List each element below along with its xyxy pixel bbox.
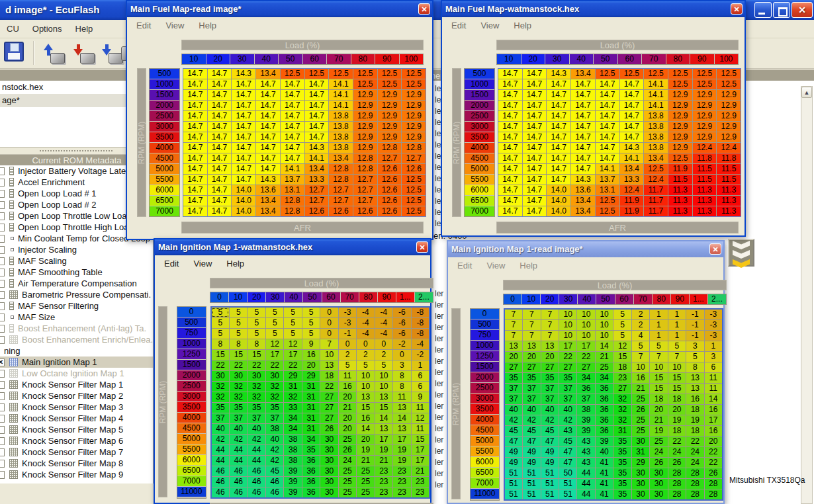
tree-item-checkbox[interactable] (0, 291, 5, 299)
column-header-cell[interactable]: 80 (666, 54, 690, 64)
column-header-cell[interactable]: 60 (322, 292, 340, 302)
map-cell[interactable]: 20 (650, 405, 667, 415)
map-cell[interactable]: 0 (320, 318, 338, 328)
map-cell[interactable]: 14.3 (620, 143, 644, 153)
map-cell[interactable]: 1 (705, 341, 722, 351)
map-cell[interactable]: 12.7 (402, 153, 426, 163)
row-header-cell[interactable]: 5000 (150, 164, 179, 174)
map-cell[interactable]: 37 (559, 394, 576, 404)
map-cell[interactable]: 12.9 (668, 111, 692, 121)
map-cell[interactable]: 11.7 (644, 196, 668, 206)
map-cell[interactable]: 13.8 (329, 122, 353, 132)
map-cell[interactable]: 12.5 (329, 69, 353, 79)
map-cell[interactable]: 0 (375, 339, 392, 349)
map-cell[interactable]: 14.7 (256, 79, 280, 89)
map-cell[interactable]: 6 (705, 362, 722, 372)
map-cell[interactable]: 23 (375, 477, 392, 487)
map-cell[interactable]: 36 (577, 384, 594, 394)
map-cell[interactable]: 14.0 (547, 196, 570, 206)
map-cell[interactable]: 12.6 (378, 164, 402, 174)
map-cell[interactable]: 11 (412, 424, 429, 434)
map-cell[interactable]: 14.7 (208, 90, 232, 100)
map-cell[interactable]: 47 (505, 437, 522, 446)
map-cell[interactable]: 36 (596, 426, 613, 436)
map-cell[interactable]: 13.4 (571, 206, 595, 216)
map-cell[interactable]: 11.5 (668, 175, 692, 185)
map-cell[interactable]: 19 (686, 415, 703, 425)
map-cell[interactable]: 46 (230, 477, 247, 487)
map-cell[interactable]: 42 (559, 415, 576, 425)
row-header-cell[interactable]: 5500 (471, 446, 499, 456)
map-cell[interactable]: 20 (339, 413, 356, 423)
map-cell[interactable]: 30 (632, 468, 649, 478)
row-header-cell[interactable]: 5000 (471, 436, 499, 446)
map-cell[interactable]: 14.7 (547, 111, 570, 121)
map-cell[interactable]: 14.1 (620, 153, 644, 163)
map-cell[interactable]: 13 (375, 392, 392, 402)
map-cell[interactable]: 16 (705, 405, 722, 415)
map-cell[interactable]: 14.7 (305, 122, 329, 132)
map-cell[interactable]: 44 (212, 456, 229, 466)
tree-item-checkbox[interactable] (0, 460, 5, 468)
map-cell[interactable]: 27 (559, 362, 576, 372)
map-cell[interactable]: 12.5 (402, 79, 426, 89)
map-cell[interactable]: 40 (559, 405, 576, 415)
map-cell[interactable]: 32 (230, 392, 247, 402)
map-cell[interactable]: 5 (302, 318, 320, 328)
map-cell[interactable]: 14.7 (547, 79, 570, 89)
map-cell[interactable]: 31 (302, 413, 320, 423)
map-cell[interactable]: 13 (686, 384, 703, 394)
column-header-cell[interactable]: 100 (400, 54, 424, 64)
map-cell[interactable]: 7 (523, 320, 540, 330)
map-cell[interactable]: 13.6 (256, 185, 280, 195)
map-cell[interactable]: 14.7 (208, 185, 232, 195)
row-header-cell[interactable]: 2000 (471, 372, 499, 382)
map-cell[interactable]: 12.6 (402, 164, 426, 174)
map-cell[interactable]: 17 (266, 350, 283, 360)
map-cell[interactable]: 30 (212, 371, 229, 381)
column-header-cell[interactable]: 40 (570, 54, 594, 64)
map-cell[interactable]: 14.7 (620, 122, 644, 132)
map-cell[interactable]: 44 (577, 468, 594, 478)
map-cell[interactable]: 12.5 (402, 206, 426, 216)
map-cell[interactable]: 13.8 (329, 132, 353, 142)
map-cell[interactable]: 13 (375, 424, 392, 434)
map-cell[interactable]: -4 (357, 308, 374, 317)
map-cell[interactable]: 35 (613, 489, 631, 499)
map-cell[interactable]: 14.0 (547, 185, 570, 195)
column-header-cell[interactable]: 40 (255, 54, 279, 64)
row-header-cell[interactable]: 7000 (465, 206, 494, 216)
column-header-cell[interactable]: 100 (715, 54, 739, 64)
map-cell[interactable]: 44 (212, 445, 229, 455)
row-header-cell[interactable]: 1500 (177, 360, 206, 370)
map-cell[interactable]: 30 (632, 489, 649, 499)
map-cell[interactable]: 41 (596, 479, 613, 489)
map-cell[interactable]: 14.3 (256, 175, 280, 185)
map-cell[interactable]: 25 (339, 466, 356, 476)
map-cell[interactable]: 14.7 (183, 206, 207, 216)
map-cell[interactable]: 27 (320, 392, 338, 402)
row-header-cell[interactable]: 2500 (465, 111, 494, 121)
map-cell[interactable]: 11.5 (717, 164, 741, 174)
map-cell[interactable]: 14.7 (305, 132, 329, 142)
map-cell[interactable]: 22 (284, 360, 301, 370)
column-header-cell[interactable]: 60 (615, 294, 633, 304)
map-cell[interactable]: 11 (705, 373, 722, 383)
map-cell[interactable]: 14.7 (620, 101, 644, 110)
map-cell[interactable]: 47 (559, 458, 576, 468)
tree-item-checkbox[interactable] (0, 167, 5, 175)
map-cell[interactable]: 22 (686, 437, 703, 446)
map-cell[interactable]: 14.7 (256, 164, 280, 174)
map-cell[interactable]: 14.7 (183, 196, 207, 206)
map-cell[interactable]: 5 (613, 320, 631, 330)
row-header-cell[interactable]: 5000 (177, 434, 206, 444)
map-cell[interactable]: 7 (320, 339, 338, 349)
map-cell[interactable]: 14.7 (498, 111, 522, 121)
map-cell[interactable]: 12.5 (644, 164, 668, 174)
row-header-cell[interactable]: 4500 (471, 425, 499, 435)
map-cell[interactable]: 0 (393, 350, 410, 360)
row-header-cell[interactable]: 1000 (150, 79, 179, 89)
map-cell[interactable]: 14.7 (281, 132, 304, 142)
row-header-cell[interactable]: 5000 (465, 164, 494, 174)
map-cell[interactable]: 13.4 (256, 69, 280, 79)
